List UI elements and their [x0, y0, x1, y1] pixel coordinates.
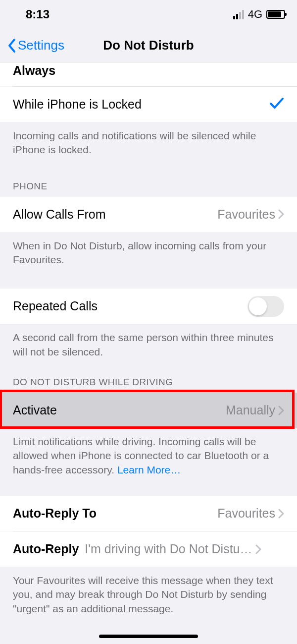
chevron-left-icon	[7, 38, 16, 53]
signal-icon	[233, 10, 244, 19]
section-header-driving: DO NOT DISTURB WHILE DRIVING	[0, 363, 297, 393]
label-always: Always	[13, 63, 55, 78]
toggle-repeated-calls[interactable]	[248, 296, 284, 317]
row-allow-calls-from[interactable]: Allow Calls From Favourites	[0, 197, 297, 232]
label-allow-calls: Allow Calls From	[13, 207, 106, 222]
back-label: Settings	[18, 38, 64, 53]
footer-repeated: A second call from the same person withi…	[0, 324, 297, 363]
label-activate: Activate	[13, 403, 57, 417]
footer-auto-reply: Your Favourites will receive this messag…	[0, 567, 297, 620]
row-while-locked[interactable]: While iPhone is Locked	[0, 87, 297, 122]
footer-allow-calls: When in Do Not Disturb, allow incoming c…	[0, 232, 297, 271]
chevron-right-icon	[278, 406, 284, 415]
label-auto-reply: Auto-Reply	[13, 542, 79, 556]
value-activate: Manually	[226, 403, 278, 417]
label-repeated-calls: Repeated Calls	[13, 299, 98, 313]
status-right: 4G	[233, 8, 285, 21]
back-button[interactable]: Settings	[7, 38, 64, 53]
row-auto-reply[interactable]: Auto-Reply I'm driving with Do Not Distu…	[0, 531, 297, 567]
nav-bar: Settings Do Not Disturb	[0, 29, 297, 62]
label-auto-reply-to: Auto-Reply To	[13, 506, 97, 521]
home-indicator[interactable]	[99, 635, 198, 638]
value-auto-reply-to: Favourites	[217, 506, 278, 521]
row-repeated-calls[interactable]: Repeated Calls	[0, 289, 297, 324]
footer-driving: Limit notifications while driving. Incom…	[0, 428, 297, 481]
chevron-right-icon	[278, 509, 284, 519]
row-activate[interactable]: Activate Manually	[0, 393, 297, 428]
status-time: 8:13	[26, 7, 50, 21]
footer-locked: Incoming calls and notifications will be…	[0, 122, 297, 161]
chevron-right-icon	[255, 544, 261, 554]
page-title: Do Not Disturb	[103, 38, 194, 53]
section-header-phone: PHONE	[0, 161, 297, 197]
row-auto-reply-to[interactable]: Auto-Reply To Favourites	[0, 496, 297, 531]
row-always[interactable]: Always	[0, 62, 297, 86]
chevron-right-icon	[278, 209, 284, 219]
label-while-locked: While iPhone is Locked	[13, 97, 142, 112]
learn-more-link[interactable]: Learn More…	[117, 464, 181, 475]
network-label: 4G	[248, 8, 262, 21]
value-auto-reply: I'm driving with Do Not Distu…	[85, 542, 255, 556]
value-allow-calls: Favourites	[217, 207, 278, 222]
checkmark-icon	[269, 97, 284, 113]
status-bar: 8:13 4G	[0, 0, 297, 29]
battery-icon	[266, 10, 285, 19]
